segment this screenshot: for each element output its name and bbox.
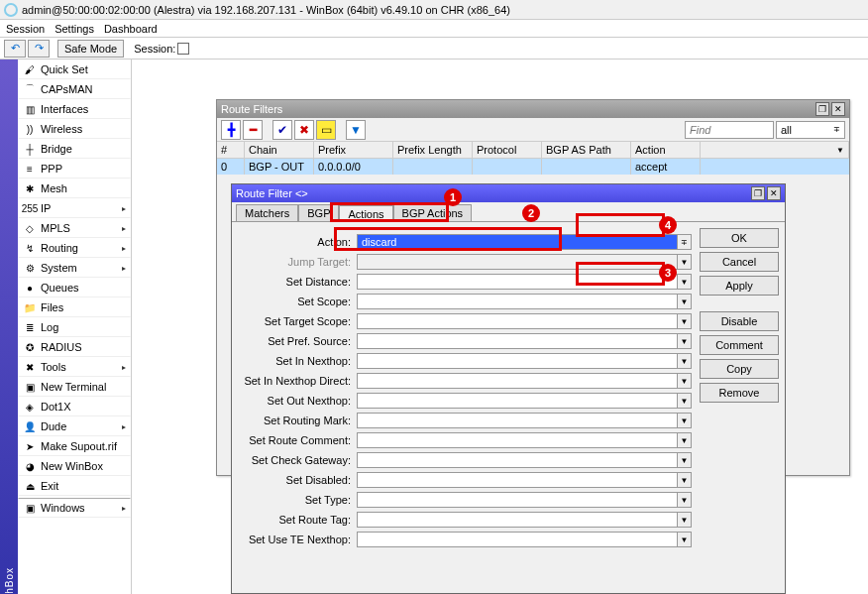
col-action[interactable]: Action (631, 142, 701, 158)
filter-button[interactable]: ▼ (346, 120, 366, 140)
find-input[interactable] (685, 121, 774, 139)
sidebar-item-wireless[interactable]: ))Wireless (18, 119, 131, 139)
sidebar-item-ppp[interactable]: ≡PPP (18, 159, 131, 178)
chevron-right-icon: ▸ (122, 264, 126, 273)
tab-actions[interactable]: Actions (339, 205, 392, 222)
sidebar-item-radius[interactable]: ✪RADIUS (18, 337, 131, 357)
sidebar-item-mpls[interactable]: ◇MPLS▸ (18, 218, 131, 238)
sidebar-item-label: PPP (41, 163, 62, 175)
sidebar-item-capsman[interactable]: ⌒CAPsMAN (18, 79, 131, 99)
sidebar-item-new-winbox[interactable]: ◕New WinBox (18, 456, 131, 476)
dropdown-icon[interactable]: ▼ (678, 353, 692, 369)
dropdown-icon[interactable]: ▼ (678, 532, 692, 547)
chevron-right-icon: ▸ (122, 224, 126, 233)
close-icon[interactable]: ✕ (767, 186, 781, 200)
table-row[interactable]: 0 BGP - OUT 0.0.0.0/0 accept (217, 159, 849, 175)
sidebar-item-dude[interactable]: 👤Dude▸ (18, 416, 131, 436)
tab-matchers[interactable]: Matchers (236, 204, 298, 221)
col-protocol[interactable]: Protocol (473, 142, 542, 158)
sidebar-item-tools[interactable]: ✖Tools▸ (18, 357, 131, 377)
close-icon[interactable]: ✕ (831, 102, 845, 116)
dropdown-icon[interactable]: ▼ (678, 393, 692, 409)
field-set-scope: Set Scope:▼ (238, 294, 692, 309)
dropdown-icon[interactable]: ▼ (678, 492, 692, 508)
remove-button[interactable]: ━ (243, 120, 263, 140)
dropdown-icon[interactable]: ▼ (678, 333, 692, 349)
dropdown-icon[interactable]: ▼ (678, 413, 692, 428)
dropdown-icon[interactable]: ▼ (678, 373, 692, 389)
sidebar-item-mesh[interactable]: ✱Mesh (18, 178, 131, 198)
sidebar-item-label: Wireless (41, 123, 82, 135)
dialog-titlebar[interactable]: Route Filter <> ❐ ✕ (232, 184, 785, 202)
dropdown-icon[interactable]: ▼ (678, 512, 692, 528)
vertical-bar: hBox (0, 59, 18, 594)
route-filters-title: Route Filters (221, 103, 282, 115)
menu-settings[interactable]: Settings (54, 23, 94, 35)
disable-button[interactable]: ✖ (294, 120, 314, 140)
comment-button[interactable]: Comment (700, 335, 779, 355)
session-label: Session: (134, 43, 189, 55)
sidebar-item-files[interactable]: 📁Files (18, 297, 131, 317)
sidebar-item-windows[interactable]: ▣Windows▸ (18, 498, 131, 518)
sidebar-item-exit[interactable]: ⏏Exit (18, 476, 131, 496)
dropdown-icon[interactable]: ▼ (678, 254, 692, 270)
redo-button[interactable]: ↷ (28, 40, 50, 58)
sidebar-item-log[interactable]: ≣Log (18, 317, 131, 337)
sidebar-item-bridge[interactable]: ┼Bridge (18, 139, 131, 159)
route-filters-titlebar[interactable]: Route Filters ❐ ✕ (217, 100, 849, 118)
sidebar-icon: ▥ (23, 102, 37, 116)
field-set-target-scope: Set Target Scope:▼ (238, 313, 692, 329)
add-button[interactable]: ╋ (221, 120, 241, 140)
dropdown-icon[interactable]: ▼ (678, 432, 692, 448)
col-prefix[interactable]: Prefix (314, 142, 393, 158)
tab-bgp[interactable]: BGP (298, 204, 339, 221)
disable-button[interactable]: Disable (700, 311, 779, 331)
col-chain[interactable]: Chain (245, 142, 314, 158)
sidebar-item-ip[interactable]: 255IP▸ (18, 198, 131, 218)
sidebar-item-routing[interactable]: ↯Routing▸ (18, 238, 131, 258)
remove-button[interactable]: Remove (700, 383, 779, 403)
sidebar-item-new-terminal[interactable]: ▣New Terminal (18, 377, 131, 397)
copy-button[interactable]: Copy (700, 359, 779, 379)
filter-all-dropdown[interactable]: all∓ (776, 121, 845, 139)
safe-mode-button[interactable]: Safe Mode (57, 40, 124, 58)
field-set-check-gateway: Set Check Gateway:▼ (238, 452, 692, 468)
chevron-right-icon: ▸ (122, 363, 126, 372)
col-num[interactable]: # (217, 142, 245, 158)
tab-bgp-actions[interactable]: BGP Actions (393, 204, 473, 221)
col-bgp-as-path[interactable]: BGP AS Path (542, 142, 631, 158)
col-prefix-length[interactable]: Prefix Length (393, 142, 473, 158)
comment-button[interactable]: ▭ (316, 120, 336, 140)
sidebar-item-label: System (41, 262, 77, 274)
apply-button[interactable]: Apply (700, 276, 779, 296)
enable-button[interactable]: ✔ (272, 120, 292, 140)
sidebar-item-make-supout-rif[interactable]: ➤Make Supout.rif (18, 436, 131, 456)
undo-button[interactable]: ↶ (4, 40, 26, 58)
sidebar-item-system[interactable]: ⚙System▸ (18, 258, 131, 278)
menu-dashboard[interactable]: Dashboard (104, 23, 158, 35)
restore-icon[interactable]: ❐ (815, 102, 829, 116)
dropdown-icon[interactable]: ▼ (678, 452, 692, 468)
cancel-button[interactable]: Cancel (700, 252, 779, 272)
dropdown-icon[interactable]: ▼ (678, 274, 692, 290)
sidebar-item-queues[interactable]: ●Queues (18, 278, 131, 297)
chevron-right-icon: ▸ (122, 204, 126, 213)
session-box[interactable] (177, 43, 189, 55)
sidebar-icon: ▣ (23, 380, 37, 394)
sidebar-item-label: Dude (41, 420, 66, 432)
field-set-pref-source: Set Pref. Source:▼ (238, 333, 692, 349)
dropdown-icon[interactable]: ▼ (678, 472, 692, 488)
dropdown-icon[interactable]: ▼ (678, 294, 692, 309)
restore-icon[interactable]: ❐ (751, 186, 765, 200)
sidebar-item-interfaces[interactable]: ▥Interfaces (18, 99, 131, 119)
sidebar-item-quick-set[interactable]: 🖌Quick Set (18, 59, 131, 79)
ok-button[interactable]: OK (700, 228, 779, 248)
dropdown-icon[interactable]: ▼ (678, 313, 692, 329)
menu-session[interactable]: Session (6, 23, 45, 35)
sidebar-icon: ┼ (23, 142, 37, 156)
dropdown-icon[interactable]: ∓ (678, 234, 692, 250)
sidebar-icon: ⏏ (23, 479, 37, 493)
sidebar-item-label: Files (41, 301, 63, 313)
action-input[interactable]: discard (357, 234, 678, 250)
sidebar-item-dot1x[interactable]: ◈Dot1X (18, 397, 131, 416)
